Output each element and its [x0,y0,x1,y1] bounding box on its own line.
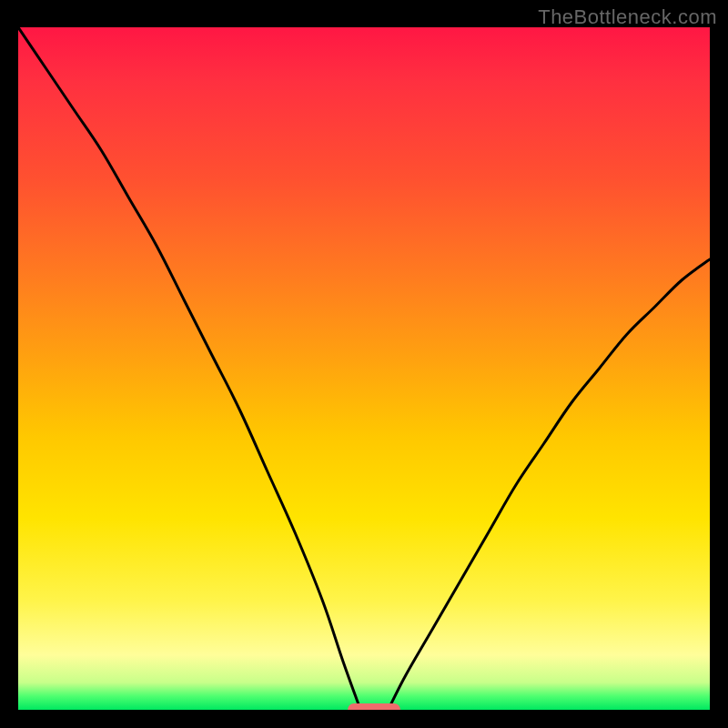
minimum-marker [348,703,400,710]
plot-area [18,27,710,710]
curve-left-arm [18,27,360,710]
curve-svg [18,27,710,710]
chart-frame: TheBottleneck.com [0,0,728,728]
watermark-text: TheBottleneck.com [538,5,717,29]
curve-right-arm [389,259,710,710]
